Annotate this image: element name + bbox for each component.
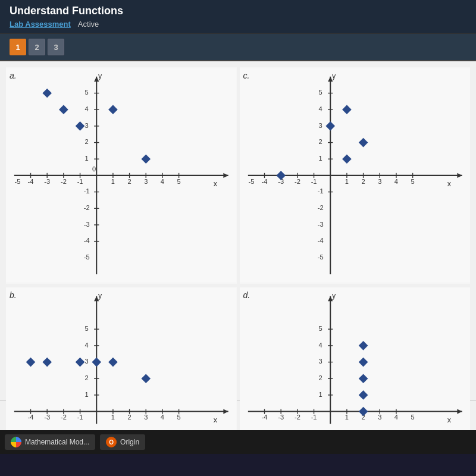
svg-text:1: 1 <box>111 178 115 185</box>
svg-text:-1: -1 <box>77 178 83 185</box>
svg-text:2: 2 <box>85 138 89 145</box>
graph-d-svg: x y -1 -2 -3 -4 1 2 3 4 5 1 2 3 4 5 <box>240 287 471 430</box>
svg-text:3: 3 <box>378 178 381 185</box>
graph-c-label: c. <box>243 71 250 80</box>
taskbar: Mathematical Mod... O Origin <box>0 430 476 454</box>
svg-text:3: 3 <box>144 414 148 421</box>
main-content: a. x y 0 <box>0 61 476 430</box>
header-subtitle: Lab Assessment Active <box>10 20 466 29</box>
svg-text:-3: -3 <box>44 178 50 185</box>
graph-c-svg: x y -1 -2 -3 -4 -5 1 2 3 4 5 1 2 3 4 5 -… <box>240 67 471 284</box>
svg-text:4: 4 <box>161 178 164 185</box>
svg-text:-1: -1 <box>311 178 317 185</box>
svg-text:-5: -5 <box>248 178 254 185</box>
svg-text:x: x <box>447 180 451 188</box>
svg-text:4: 4 <box>394 178 397 185</box>
svg-rect-139 <box>240 288 471 430</box>
svg-text:-2: -2 <box>61 414 67 421</box>
svg-text:4: 4 <box>318 341 322 348</box>
svg-text:-3: -3 <box>44 414 50 421</box>
svg-rect-98 <box>6 288 237 430</box>
svg-text:-4: -4 <box>28 178 34 185</box>
svg-text:3: 3 <box>85 122 89 129</box>
svg-text:-3: -3 <box>278 414 284 421</box>
taskbar-item-chrome[interactable]: Mathematical Mod... <box>5 434 95 450</box>
svg-text:3: 3 <box>85 358 89 365</box>
svg-text:3: 3 <box>144 178 148 185</box>
svg-text:3: 3 <box>318 122 322 129</box>
svg-text:1: 1 <box>318 390 322 397</box>
svg-text:-4: -4 <box>261 178 267 185</box>
svg-text:-4: -4 <box>84 237 90 244</box>
svg-text:-2: -2 <box>294 414 300 421</box>
origin-icon: O <box>106 437 117 447</box>
svg-text:5: 5 <box>411 414 414 421</box>
graph-a: a. x y 0 <box>6 67 237 284</box>
svg-text:-5: -5 <box>317 253 323 261</box>
taskbar-chrome-label: Mathematical Mod... <box>25 438 89 446</box>
svg-text:y: y <box>332 291 336 299</box>
svg-text:5: 5 <box>177 414 181 421</box>
svg-text:1: 1 <box>318 155 322 162</box>
svg-text:3: 3 <box>318 358 322 365</box>
graph-a-svg: x y 0 -1 -2 -3 -4 -5 1 2 3 4 5 1 2 3 <box>6 67 237 284</box>
status-badge: Active <box>78 20 99 29</box>
svg-text:3: 3 <box>378 414 381 421</box>
graph-c: c. x y -1 -2 -3 -4 -5 1 2 3 4 5 1 <box>240 67 471 284</box>
graphs-container: a. x y 0 <box>0 61 476 400</box>
svg-text:4: 4 <box>394 414 397 421</box>
svg-text:2: 2 <box>318 138 322 145</box>
taskbar-item-origin[interactable]: O Origin <box>100 434 145 450</box>
tab-3[interactable]: 3 <box>48 39 64 55</box>
svg-text:5: 5 <box>85 89 89 96</box>
svg-text:5: 5 <box>318 325 322 332</box>
svg-text:0: 0 <box>92 165 96 173</box>
svg-text:1: 1 <box>345 178 348 185</box>
graph-b-svg: x y -1 -2 -3 -4 1 2 3 4 5 1 2 3 4 5 <box>6 287 237 430</box>
svg-text:-2: -2 <box>294 178 300 185</box>
svg-text:1: 1 <box>345 414 348 421</box>
svg-text:4: 4 <box>85 105 89 112</box>
graph-b: b. x y -1 -2 -3 -4 1 2 3 4 5 1 2 <box>6 287 237 430</box>
tab-1[interactable]: 1 <box>10 39 26 55</box>
svg-text:y: y <box>98 72 102 80</box>
page-title: Understand Functions <box>10 5 466 17</box>
svg-text:2: 2 <box>318 374 322 381</box>
svg-text:4: 4 <box>161 414 164 421</box>
graph-a-label: a. <box>10 71 17 80</box>
svg-text:-3: -3 <box>317 221 323 228</box>
svg-text:y: y <box>332 72 336 80</box>
lab-assessment-link[interactable]: Lab Assessment <box>10 20 71 29</box>
svg-text:-1: -1 <box>77 414 83 421</box>
svg-text:4: 4 <box>318 105 322 112</box>
svg-text:2: 2 <box>85 374 89 381</box>
svg-text:-4: -4 <box>261 414 267 421</box>
svg-text:-1: -1 <box>84 187 90 195</box>
tab-2[interactable]: 2 <box>29 39 45 55</box>
svg-text:5: 5 <box>411 178 414 185</box>
svg-text:5: 5 <box>318 89 322 96</box>
taskbar-origin-label: Origin <box>120 438 139 446</box>
svg-text:1: 1 <box>111 414 115 421</box>
svg-text:5: 5 <box>177 178 181 185</box>
svg-text:1: 1 <box>85 155 89 162</box>
svg-text:x: x <box>447 415 451 424</box>
svg-text:-1: -1 <box>317 187 323 195</box>
svg-text:-2: -2 <box>61 178 67 185</box>
svg-text:-3: -3 <box>84 221 90 228</box>
svg-text:-5: -5 <box>14 178 20 185</box>
svg-text:x: x <box>214 415 218 424</box>
svg-text:y: y <box>98 291 102 299</box>
svg-text:5: 5 <box>85 325 89 332</box>
graph-d-label: d. <box>243 290 250 300</box>
svg-text:4: 4 <box>85 341 89 348</box>
tabs-bar: 1 2 3 <box>0 34 476 61</box>
chrome-icon <box>11 437 21 447</box>
svg-text:2: 2 <box>361 178 365 185</box>
svg-text:-4: -4 <box>317 237 323 244</box>
svg-text:x: x <box>214 180 218 188</box>
svg-text:1: 1 <box>85 390 89 397</box>
svg-text:-2: -2 <box>84 204 90 211</box>
svg-text:2: 2 <box>128 414 131 421</box>
svg-text:-2: -2 <box>317 204 323 211</box>
